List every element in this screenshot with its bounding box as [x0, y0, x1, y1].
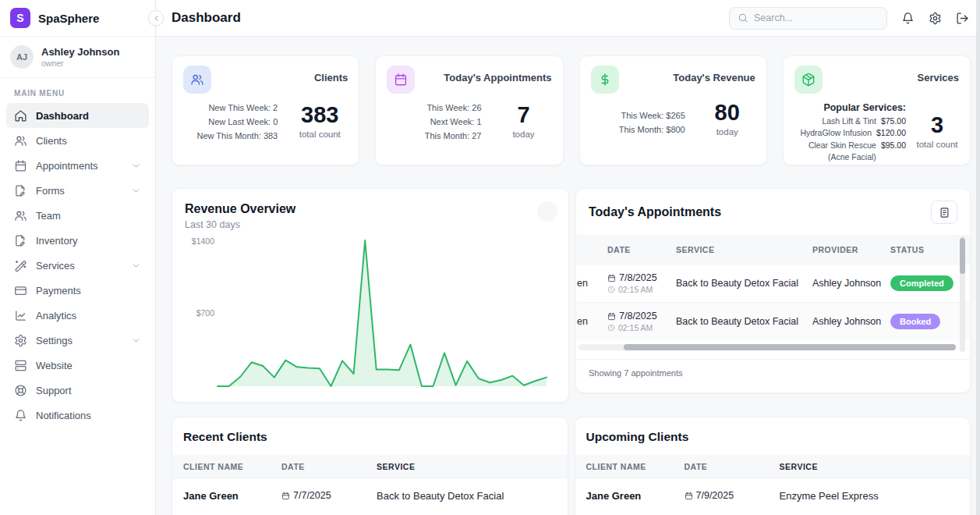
- sidebar-item-label: Notifications: [36, 410, 91, 421]
- sidebar-item-settings[interactable]: Settings: [6, 328, 149, 353]
- stat-details: This Week: 26 Next Week: 1 This Month: 2…: [387, 101, 495, 143]
- notifications-button[interactable]: [901, 12, 915, 25]
- client-name: Jane Green: [586, 490, 685, 502]
- revenue-overview-card: Revenue Overview Last 30 days $1400 $700: [172, 188, 569, 403]
- sidebar-collapse-button[interactable]: [148, 10, 164, 26]
- brand-row: S SpaSphere: [0, 0, 155, 37]
- lifebuoy-icon: [14, 384, 27, 397]
- chart-line: [218, 240, 547, 386]
- brand-name: SpaSphere: [38, 12, 99, 25]
- sidebar-item-services[interactable]: Services: [6, 253, 149, 278]
- client-name-clipped: en: [576, 316, 607, 327]
- upcoming-clients-title: Upcoming Clients: [575, 417, 971, 455]
- stat-card-clients: Clients New This Week: 2 New Last Week: …: [172, 55, 359, 165]
- stat-title: Services: [918, 72, 960, 83]
- search-icon: [738, 12, 748, 23]
- horizontal-scrollbar: [578, 344, 956, 350]
- client-name: Jane Green: [183, 490, 281, 502]
- sidebar-item-label: Appointments: [36, 160, 98, 172]
- bell-icon: [901, 12, 915, 25]
- vertical-scrollbar-thumb[interactable]: [960, 238, 965, 274]
- appointment-service: Back to Beauty Detox Facial: [676, 278, 812, 289]
- popular-services-list: Popular Services: Lash Lift & Tint $75.0…: [794, 101, 915, 163]
- sidebar-item-website[interactable]: Website: [6, 353, 149, 378]
- stat-unit: today: [496, 129, 552, 140]
- logout-button[interactable]: [956, 12, 969, 25]
- client-row[interactable]: Jane Green 7/9/2025 Enzyme Peel Express: [575, 478, 971, 512]
- sidebar-item-label: Services: [36, 260, 75, 272]
- sidebar-item-appointments[interactable]: Appointments: [6, 153, 149, 178]
- stat-title: Clients: [314, 72, 348, 83]
- sidebar-item-forms[interactable]: Forms: [6, 178, 149, 203]
- sidebar-item-label: Forms: [36, 185, 65, 197]
- stat-unit: today: [699, 126, 755, 138]
- chevron-down-icon: [131, 161, 141, 171]
- client-service: Enzyme Peel Express: [780, 490, 960, 502]
- sidebar-item-label: Support: [36, 385, 72, 396]
- dashboard-content: Clients New This Week: 2 New Last Week: …: [157, 37, 980, 515]
- calendar-icon: [607, 274, 616, 282]
- revenue-chart-title: Revenue Overview: [185, 202, 556, 216]
- avatar: AJ: [10, 45, 34, 69]
- sidebar-item-label: Analytics: [36, 310, 76, 321]
- users-icon: [183, 66, 211, 94]
- upcoming-clients-card: Upcoming Clients CLIENT NAME DATE SERVIC…: [575, 417, 971, 515]
- bell-icon: [14, 409, 27, 422]
- sidebar-item-notifications[interactable]: Notifications: [6, 403, 149, 428]
- calendar-icon: [281, 492, 290, 500]
- stat-title: Today's Revenue: [673, 72, 755, 83]
- sidebar-item-payments[interactable]: Payments: [6, 278, 149, 303]
- calendar-icon: [387, 66, 415, 94]
- chevron-down-icon: [131, 261, 141, 271]
- user-profile[interactable]: AJ Ashley Johnson owner: [0, 37, 155, 78]
- appointments-table-header: DATE SERVICE PROVIDER STATUS: [576, 235, 970, 264]
- stat-card-appointments: Today's Appointments This Week: 26 Next …: [375, 55, 563, 165]
- horizontal-scrollbar-thumb[interactable]: [624, 344, 956, 350]
- search-input[interactable]: [754, 12, 879, 23]
- client-service: Back to Beauty Detox Facial: [377, 490, 557, 502]
- appointment-row[interactable]: en 7/8/2025 02:15 AM Back to Beauty Deto…: [576, 302, 970, 340]
- status-badge: Booked: [890, 314, 940, 329]
- sidebar-item-label: Inventory: [36, 235, 77, 247]
- sidebar-item-dashboard[interactable]: Dashboard: [6, 103, 149, 128]
- chevron-down-icon: [131, 186, 141, 196]
- clock-icon: [607, 324, 615, 332]
- sidebar-item-label: Settings: [36, 335, 73, 346]
- sidebar-item-inventory[interactable]: Inventory: [6, 228, 149, 253]
- client-row[interactable]: Jane Green 7/7/2025 Back to Beauty Detox…: [172, 478, 568, 512]
- appointment-date-cell: 7/8/2025 02:15 AM: [607, 311, 676, 332]
- sidebar-item-label: Team: [36, 210, 61, 222]
- user-name: Ashley Johnson: [41, 46, 119, 58]
- popular-services-title: Popular Services:: [794, 101, 906, 115]
- stat-details: New This Week: 2 New Last Week: 0 New Th…: [183, 101, 292, 143]
- stat-value: 80: [699, 101, 755, 124]
- appointment-service: Back to Beauty Detox Facial: [676, 316, 812, 327]
- clock-icon: [607, 286, 615, 293]
- sidebar-item-clients[interactable]: Clients: [6, 128, 149, 153]
- user-role: owner: [41, 59, 119, 68]
- menu-section-label: MAIN MENU: [14, 89, 141, 98]
- appointments-list-button[interactable]: [931, 201, 957, 224]
- window-scrollbar[interactable]: [976, 0, 980, 515]
- chevron-left-icon: [152, 14, 161, 23]
- chart-line-icon: [14, 309, 27, 322]
- appointment-row[interactable]: en 7/8/2025 02:15 AM Back to Beauty Deto…: [576, 264, 970, 302]
- client-date: 7/9/2025: [685, 490, 780, 501]
- sidebar-item-label: Clients: [36, 135, 67, 147]
- stat-unit: total count: [915, 139, 959, 151]
- sidebar-item-team[interactable]: Team: [6, 203, 149, 228]
- settings-button[interactable]: [929, 12, 942, 25]
- card-corner-decoration: [537, 201, 557, 222]
- appointments-count-text: Showing 7 appointments: [576, 359, 970, 386]
- stats-row: Clients New This Week: 2 New Last Week: …: [172, 55, 971, 165]
- search-box: [729, 7, 887, 30]
- sidebar-item-analytics[interactable]: Analytics: [6, 303, 149, 328]
- sidebar-item-support[interactable]: Support: [6, 378, 149, 403]
- calendar-icon: [14, 159, 27, 172]
- service-row: Clear Skin Rescue (Acne Facial) $95.00: [794, 140, 906, 163]
- stat-value: 3: [915, 113, 959, 137]
- revenue-chart-subtitle: Last 30 days: [185, 219, 556, 230]
- dollar-icon: [591, 66, 619, 94]
- file-pen-icon: [14, 234, 27, 247]
- sidebar-item-label: Payments: [36, 285, 81, 297]
